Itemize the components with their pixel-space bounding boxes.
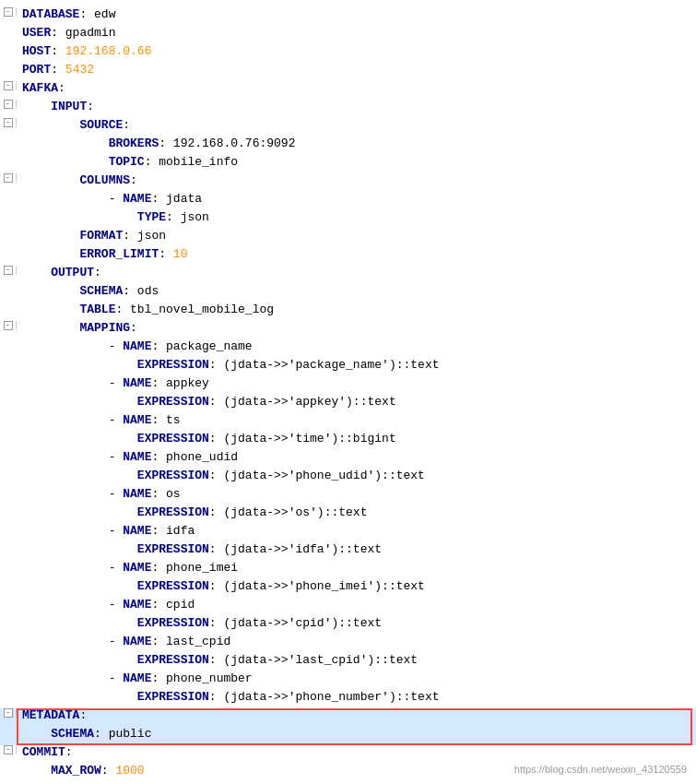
line-gutter: -: [0, 100, 17, 109]
code-segment: COMMIT: [22, 745, 65, 759]
code-line: EXPRESSION: (jdata->>'time')::bigint: [0, 432, 696, 450]
code-segment: MAX_ROW: [51, 764, 101, 778]
line-text: EXPRESSION: (jdata->>'time')::bigint: [20, 432, 696, 445]
code-line: EXPRESSION: (jdata->>'idfa')::text: [0, 542, 696, 561]
code-segment: : json: [166, 210, 209, 224]
code-segment: NAME: [123, 339, 151, 353]
code-segment: : (jdata->>'phone_udid')::text: [209, 469, 425, 482]
code-line: TYPE: json: [0, 210, 696, 229]
code-segment: NAME: [123, 561, 151, 575]
code-line: -METADATA:: [0, 708, 696, 727]
line-text: EXPRESSION: (jdata->>'phone_udid')::text: [20, 469, 696, 482]
code-segment: NAME: [123, 635, 151, 648]
fold-button[interactable]: -: [4, 321, 13, 330]
code-segment: : phone_number: [151, 671, 252, 685]
code-line: - NAME: os: [0, 487, 696, 505]
line-text: DATABASE: edw: [20, 7, 696, 21]
fold-button[interactable]: -: [4, 118, 13, 127]
code-line: ERROR_LIMIT: 10: [0, 247, 696, 266]
line-text: - NAME: cpid: [20, 598, 696, 612]
code-segment: SCHEMA: [51, 727, 94, 741]
line-text: COLUMNS:: [20, 173, 696, 187]
code-line: -KAFKA:: [0, 81, 696, 100]
fold-button[interactable]: -: [4, 81, 13, 90]
line-text: EXPRESSION: (jdata->>'phone_imei')::text: [20, 579, 696, 593]
code-segment: : package_name: [151, 339, 252, 353]
line-gutter: -: [0, 708, 17, 718]
line-text: TYPE: json: [20, 210, 696, 224]
code-segment: NAME: [123, 524, 151, 538]
code-segment: EXPRESSION: [137, 616, 209, 630]
code-segment: METADATA: [22, 708, 79, 722]
code-segment: :: [101, 764, 116, 778]
code-line: - OUTPUT:: [0, 266, 696, 284]
code-segment: -: [109, 598, 124, 612]
code-segment: : (jdata->>'os')::text: [209, 505, 368, 519]
code-segment: BROKERS: [109, 137, 159, 150]
code-segment: : (jdata->>'cpid')::text: [209, 616, 382, 630]
code-line: EXPRESSION: (jdata->>'last_cpid')::text: [0, 653, 696, 671]
code-line: PORT: 5432: [0, 63, 696, 81]
line-text: - NAME: idfa: [20, 524, 696, 538]
line-text: HOST: 192.168.0.66: [20, 44, 696, 58]
code-segment: : (jdata->>'idfa')::text: [209, 542, 382, 556]
code-segment: EXPRESSION: [137, 579, 209, 593]
code-line: FORMAT: json: [0, 229, 696, 247]
code-segment: 192.168.0.66: [65, 44, 152, 58]
code-line: EXPRESSION: (jdata->>'os')::text: [0, 505, 696, 524]
code-segment: TOPIC: [109, 155, 145, 169]
code-segment: : idfa: [151, 524, 195, 538]
code-line: SCHEMA: public: [0, 727, 696, 745]
line-text: KAFKA:: [20, 81, 696, 95]
line-text: BROKERS: 192.168.0.76:9092: [20, 137, 696, 150]
code-segment: MAPPING: [79, 321, 130, 335]
line-text: EXPRESSION: (jdata->>'last_cpid')::text: [20, 653, 696, 667]
line-text: - NAME: phone_number: [20, 671, 696, 685]
fold-button[interactable]: -: [4, 7, 13, 17]
code-segment: HOST: [22, 44, 51, 58]
code-line: - NAME: last_cpid: [0, 635, 696, 653]
code-segment: :: [51, 63, 65, 77]
code-segment: : (jdata->>'appkey')::text: [209, 395, 396, 409]
code-segment: : json: [123, 229, 166, 243]
line-text: SCHEMA: ods: [20, 284, 696, 298]
code-segment: :: [79, 708, 87, 722]
line-gutter: -: [0, 321, 17, 330]
code-segment: FORMAT: [79, 229, 123, 243]
line-text: SOURCE:: [20, 118, 696, 132]
fold-button[interactable]: -: [4, 266, 13, 275]
code-line: - NAME: package_name: [0, 339, 696, 358]
fold-button[interactable]: -: [4, 708, 13, 718]
code-line: HOST: 192.168.0.66: [0, 44, 696, 63]
code-segment: 10: [173, 247, 188, 261]
line-text: EXPRESSION: (jdata->>'package_name')::te…: [20, 358, 696, 372]
fold-button[interactable]: -: [4, 100, 13, 109]
code-line: -DATABASE: edw: [0, 7, 696, 26]
code-segment: : edw: [79, 7, 115, 21]
line-gutter: -: [0, 266, 17, 275]
code-segment: -: [109, 376, 124, 390]
code-segment: : 192.168.0.76:9092: [159, 137, 295, 150]
code-segment: : jdata: [151, 192, 202, 206]
code-segment: :: [94, 266, 101, 279]
line-gutter: -: [0, 745, 17, 754]
line-text: EXPRESSION: (jdata->>'phone_number')::te…: [20, 690, 696, 704]
line-gutter: -: [0, 81, 17, 90]
fold-button[interactable]: -: [4, 745, 13, 754]
code-segment: -: [109, 671, 124, 685]
code-segment: COLUMNS: [79, 173, 130, 187]
code-segment: -: [109, 339, 124, 353]
fold-button[interactable]: -: [4, 173, 13, 183]
code-segment: : (jdata->>'package_name')::text: [209, 358, 440, 372]
code-line: -COMMIT:: [0, 745, 696, 764]
code-segment: EXPRESSION: [137, 395, 209, 409]
code-segment: -: [109, 450, 124, 464]
code-segment: OUTPUT: [51, 266, 94, 279]
line-text: COMMIT:: [20, 745, 696, 759]
code-line: TABLE: tbl_novel_mobile_log: [0, 303, 696, 321]
line-text: EXPRESSION: (jdata->>'cpid')::text: [20, 616, 696, 630]
code-segment: : mobile_info: [145, 155, 238, 169]
line-text: MAPPING:: [20, 321, 696, 335]
code-segment: EXPRESSION: [137, 542, 209, 556]
code-line: - NAME: idfa: [0, 524, 696, 542]
